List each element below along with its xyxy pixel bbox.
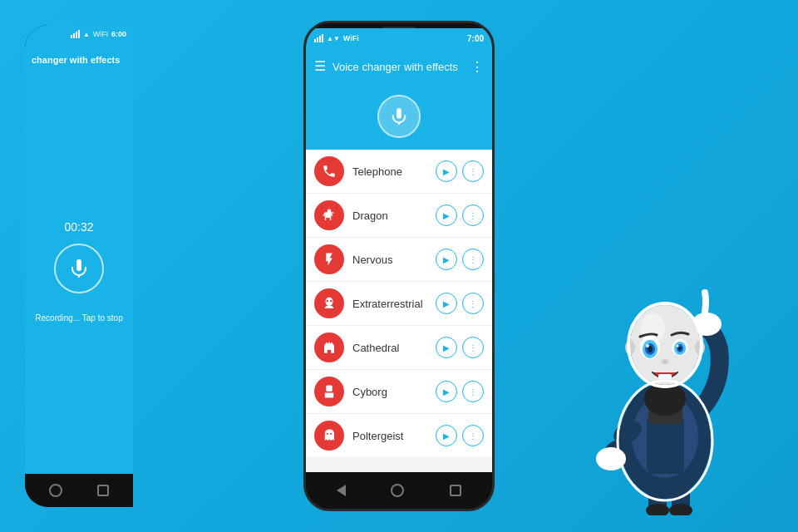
nav-recent-left[interactable] bbox=[97, 485, 109, 496]
menu-icon[interactable]: ☰ bbox=[314, 60, 326, 73]
effect-item-cyborg: Cyborg ▶ ⋮ bbox=[306, 370, 492, 414]
mic-top-area bbox=[306, 85, 492, 150]
effect-name-cathedral: Cathedral bbox=[352, 342, 427, 354]
character-illustration bbox=[557, 200, 773, 515]
mic-circle-left[interactable] bbox=[54, 244, 104, 293]
effect-name-poltergeist: Poltergeist bbox=[352, 430, 427, 442]
effect-icon-extraterrestrial bbox=[314, 288, 344, 318]
more-nervous[interactable]: ⋮ bbox=[462, 249, 484, 270]
effect-icon-dragon bbox=[314, 200, 344, 230]
mic-icon-left bbox=[69, 259, 89, 278]
effect-name-extraterrestrial: Extraterrestrial bbox=[352, 298, 427, 310]
svg-point-11 bbox=[330, 433, 332, 435]
nav-back-main[interactable] bbox=[337, 485, 346, 496]
svg-rect-8 bbox=[327, 394, 328, 397]
effect-actions-nervous: ▶ ⋮ bbox=[436, 249, 484, 270]
effect-item-nervous: Nervous ▶ ⋮ bbox=[306, 238, 492, 282]
effect-name-cyborg: Cyborg bbox=[352, 386, 427, 398]
play-cathedral[interactable]: ▶ bbox=[436, 337, 457, 358]
nav-recent-main[interactable] bbox=[450, 485, 461, 496]
effect-name-dragon: Dragon bbox=[352, 209, 427, 222]
play-telephone[interactable]: ▶ bbox=[436, 160, 457, 182]
svg-rect-9 bbox=[330, 394, 332, 397]
more-options-icon[interactable]: ⋮ bbox=[470, 59, 484, 75]
more-dragon[interactable]: ⋮ bbox=[462, 204, 484, 226]
play-cyborg[interactable]: ▶ bbox=[436, 381, 457, 402]
effect-actions-cyborg: ▶ ⋮ bbox=[436, 381, 484, 402]
effect-icon-cyborg bbox=[314, 377, 344, 406]
play-dragon[interactable]: ▶ bbox=[436, 204, 457, 226]
effect-actions-extraterrestrial: ▶ ⋮ bbox=[436, 293, 484, 314]
mic-icon-main bbox=[390, 107, 408, 126]
nav-home-main[interactable] bbox=[391, 484, 404, 497]
effect-item-telephone: Telephone ▶ ⋮ bbox=[306, 150, 492, 194]
effect-item-extraterrestrial: Extraterrestrial ▶ ⋮ bbox=[306, 282, 492, 326]
effect-icon-cathedral bbox=[314, 332, 344, 362]
effect-name-nervous: Nervous bbox=[352, 254, 427, 266]
left-status-time: 6:00 bbox=[111, 30, 126, 38]
app-title: Voice changer with effects bbox=[332, 61, 464, 73]
play-nervous[interactable]: ▶ bbox=[436, 249, 457, 270]
svg-rect-6 bbox=[330, 387, 332, 388]
effect-actions-poltergeist: ▶ ⋮ bbox=[436, 425, 484, 446]
app-toolbar: ☰ Voice changer with effects ⋮ bbox=[306, 48, 492, 85]
svg-rect-7 bbox=[328, 388, 332, 389]
scene: ▲ WiFi 6:00 changer with effects 00:32 R… bbox=[0, 0, 798, 532]
recording-text: Recording... Tap to stop bbox=[35, 313, 122, 323]
svg-point-2 bbox=[330, 300, 332, 303]
effect-icon-telephone bbox=[314, 156, 344, 186]
effects-list: Telephone ▶ ⋮ Dragon ▶ bbox=[306, 150, 492, 472]
svg-rect-3 bbox=[328, 346, 332, 349]
main-status-bar: ▲▼ WiFi 7:00 bbox=[306, 28, 492, 48]
play-extraterrestrial[interactable]: ▶ bbox=[436, 293, 457, 314]
effect-icon-poltergeist bbox=[314, 421, 344, 451]
effect-actions-dragon: ▶ ⋮ bbox=[436, 204, 484, 226]
effect-item-poltergeist: Poltergeist ▶ ⋮ bbox=[306, 414, 492, 458]
play-poltergeist[interactable]: ▶ bbox=[436, 425, 457, 446]
effect-item-dragon: Dragon ▶ ⋮ bbox=[306, 194, 492, 238]
effect-icon-nervous bbox=[314, 244, 344, 274]
svg-point-1 bbox=[327, 300, 328, 303]
more-cathedral[interactable]: ⋮ bbox=[462, 337, 484, 358]
svg-point-10 bbox=[327, 433, 328, 435]
main-nav-bar bbox=[306, 472, 492, 509]
more-telephone[interactable]: ⋮ bbox=[462, 160, 484, 182]
effect-actions-cathedral: ▶ ⋮ bbox=[436, 337, 484, 358]
svg-rect-35 bbox=[658, 374, 672, 379]
character-svg bbox=[557, 200, 773, 515]
svg-rect-5 bbox=[328, 387, 329, 388]
effect-name-telephone: Telephone bbox=[352, 165, 427, 178]
effect-actions-telephone: ▶ ⋮ bbox=[436, 160, 484, 182]
phones-wrapper: ▲▼ WiFi 7:00 ☰ Voice changer with effect… bbox=[303, 21, 495, 511]
left-app-title: changer with effects bbox=[25, 52, 126, 68]
record-mic-button[interactable] bbox=[377, 95, 421, 138]
svg-point-33 bbox=[677, 345, 679, 347]
svg-point-32 bbox=[678, 347, 682, 351]
left-phone-partial: ▲ WiFi 6:00 changer with effects 00:32 R… bbox=[25, 25, 133, 507]
recording-time: 00:32 bbox=[64, 220, 93, 234]
more-cyborg[interactable]: ⋮ bbox=[462, 381, 484, 402]
main-phone: ▲▼ WiFi 7:00 ☰ Voice changer with effect… bbox=[303, 21, 495, 511]
svg-rect-14 bbox=[647, 416, 684, 474]
svg-point-34 bbox=[662, 359, 668, 364]
svg-point-28 bbox=[646, 344, 649, 347]
main-screen: ☰ Voice changer with effects ⋮ bbox=[306, 48, 492, 472]
effect-item-cathedral: Cathedral ▶ ⋮ bbox=[306, 326, 492, 370]
more-extraterrestrial[interactable]: ⋮ bbox=[462, 293, 484, 314]
main-status-time: 7:00 bbox=[467, 34, 484, 43]
nav-home-left[interactable] bbox=[49, 484, 62, 497]
more-poltergeist[interactable]: ⋮ bbox=[462, 425, 484, 446]
